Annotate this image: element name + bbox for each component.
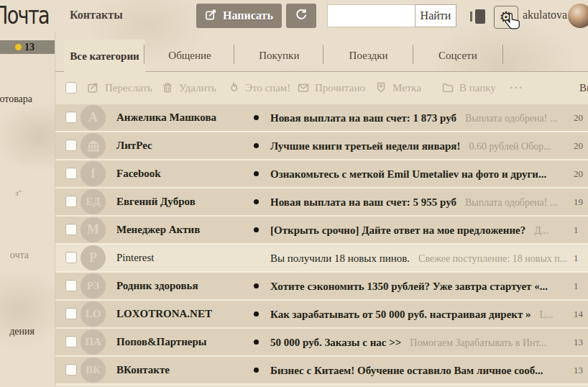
email-sender: Попов&Партнеры bbox=[116, 329, 249, 355]
select-all-checkbox[interactable] bbox=[65, 82, 77, 94]
email-row[interactable]: ЛитРес Лучшие книги третьей недели январ… bbox=[55, 132, 588, 160]
avatar-initials: f bbox=[91, 166, 96, 181]
view-selector[interactable]: Ви bbox=[579, 82, 588, 94]
more-actions-button[interactable]: ... bbox=[510, 77, 524, 92]
email-date: 20 bbox=[574, 104, 583, 131]
sender-avatar: РЗ bbox=[81, 273, 106, 299]
toolbar-action-forward[interactable]: Переслать bbox=[87, 81, 152, 94]
email-subject: Новая выплата на ваш счет: 5 955 руб bbox=[270, 196, 456, 208]
email-subject-area: Бизнес с Китаем! Обучение оставило Вам л… bbox=[270, 357, 571, 384]
unread-indicator-icon bbox=[254, 227, 259, 232]
email-checkbox[interactable] bbox=[65, 364, 77, 375]
email-subject: Вы получили 18 новых пинов. bbox=[270, 252, 410, 264]
account-avatar[interactable] bbox=[568, 4, 588, 28]
sender-avatar bbox=[81, 133, 106, 158]
email-date: 19 bbox=[574, 188, 583, 215]
email-sender: Менеджер Актив bbox=[116, 217, 249, 243]
email-subject: Хотите сэкономить 1350 рублей? Уже завтр… bbox=[270, 281, 548, 292]
email-checkbox[interactable] bbox=[65, 140, 77, 151]
unread-indicator-icon bbox=[254, 143, 259, 148]
email-row[interactable]: f Facebook Ознакомьтесь с меткой Emil Um… bbox=[55, 160, 588, 188]
avatar-initials: РЗ bbox=[87, 280, 99, 292]
email-sender: Анжелика Машкова bbox=[116, 104, 249, 131]
compose-button[interactable]: Написать bbox=[196, 4, 282, 28]
app-logo[interactable]: Почта bbox=[0, 1, 49, 29]
bank-icon bbox=[86, 140, 101, 152]
email-subject: Лучшие книги третьей недели января! bbox=[270, 140, 460, 152]
compose-icon bbox=[205, 9, 217, 24]
email-date: 14 bbox=[574, 301, 583, 327]
refresh-button[interactable] bbox=[286, 4, 316, 28]
contacts-link[interactable]: Контакты bbox=[70, 9, 123, 22]
avatar-initials: А bbox=[88, 110, 98, 125]
refresh-icon bbox=[295, 8, 308, 24]
sidebar-item-label[interactable]: дения bbox=[9, 326, 35, 337]
email-subject-area: Новая выплата на ваш счет: 5 955 рубВыпл… bbox=[270, 188, 571, 216]
search-button[interactable]: Найти bbox=[415, 4, 456, 27]
email-date: 13 bbox=[574, 329, 583, 355]
avatar-initials: ЕД bbox=[86, 196, 100, 208]
email-row[interactable]: ПА Попов&Партнеры 50 000 руб. Заказы с н… bbox=[55, 329, 588, 357]
toolbar-action-label: Метка bbox=[392, 82, 421, 94]
email-snippet: L... bbox=[540, 309, 553, 320]
main-panel: Все категорииОбщениеПокупкиПоездкиСоцсет… bbox=[55, 32, 588, 387]
email-checkbox[interactable] bbox=[65, 280, 77, 291]
toolbar-action-trash[interactable]: Удалить bbox=[161, 81, 216, 94]
account-username[interactable]: akulatova bbox=[523, 9, 567, 22]
toolbar-action-label[interactable]: Метка bbox=[375, 81, 421, 94]
toolbar-action-folder[interactable]: В папку bbox=[441, 81, 496, 94]
email-checkbox[interactable] bbox=[65, 224, 77, 235]
sidebar-item-label[interactable]: отовара bbox=[0, 94, 32, 105]
forward-icon bbox=[87, 81, 100, 94]
search-input[interactable] bbox=[327, 4, 415, 27]
tab-category[interactable]: Покупки bbox=[234, 40, 323, 71]
unread-indicator-icon bbox=[254, 171, 259, 176]
sidebar-item-selected[interactable]: 13 bbox=[0, 40, 55, 54]
sidebar-item-label[interactable]: з" bbox=[15, 188, 22, 197]
cursor-pointer bbox=[504, 12, 522, 35]
unread-indicator-icon bbox=[254, 368, 259, 373]
tab-category[interactable]: Поездки bbox=[324, 40, 413, 71]
tab-category[interactable]: Соцсети bbox=[413, 40, 502, 71]
toolbar-action-label: Прочитано bbox=[315, 82, 365, 94]
email-row[interactable]: М Менеджер Актив [Открыть срочно] Дайте … bbox=[55, 217, 588, 245]
email-checkbox[interactable] bbox=[65, 111, 77, 123]
email-subject-area: Хотите сэкономить 1350 рублей? Уже завтр… bbox=[270, 273, 571, 300]
email-subject: [Открыть срочно] Дайте ответ на мое пред… bbox=[270, 224, 525, 236]
email-sender: Pinterest bbox=[116, 245, 249, 271]
sender-avatar: P bbox=[81, 245, 106, 270]
email-row[interactable]: P Pinterest Вы получили 18 новых пинов.С… bbox=[55, 245, 588, 273]
email-snippet: 0.60 рублей Обор... bbox=[469, 141, 551, 152]
email-row[interactable]: LO LOXOTRONA.NET Как зарабатывать от 50 … bbox=[55, 301, 588, 329]
panels-icon[interactable] bbox=[469, 7, 488, 29]
email-subject: Новая выплата на ваш счет: 1 873 руб bbox=[270, 112, 456, 124]
email-subject: Ознакомьтесь с меткой Emil Umetaliev на … bbox=[270, 168, 546, 180]
tab-active[interactable]: Все категории bbox=[64, 40, 145, 73]
email-checkbox[interactable] bbox=[65, 336, 77, 347]
email-row[interactable]: А Анжелика Машкова Новая выплата на ваш … bbox=[55, 104, 588, 132]
email-row[interactable]: РЗ Родник здоровья Хотите сэкономить 135… bbox=[55, 273, 588, 301]
sender-avatar: f bbox=[81, 161, 106, 186]
email-checkbox[interactable] bbox=[65, 196, 77, 207]
folders-sidebar: 13 отовара з" очта дения bbox=[0, 32, 55, 387]
toolbar-action-label: Это спам! bbox=[245, 82, 290, 94]
tab-category[interactable]: Общение bbox=[145, 40, 234, 71]
email-subject: Как зарабатывать от 50 000 руб. настраив… bbox=[270, 309, 531, 320]
toolbar-action-label: Удалить bbox=[179, 82, 216, 94]
email-row[interactable]: ЕД Евгений Дубров Новая выплата на ваш с… bbox=[55, 188, 588, 217]
sidebar-item-label[interactable]: очта bbox=[10, 250, 29, 261]
email-checkbox[interactable] bbox=[65, 308, 77, 319]
toolbar-action-label: Переслать bbox=[105, 82, 152, 94]
sender-avatar: ПА bbox=[81, 329, 106, 355]
email-sender: Родник здоровья bbox=[116, 273, 249, 299]
email-checkbox[interactable] bbox=[65, 252, 77, 263]
toolbar-action-flame[interactable]: Это спам! bbox=[227, 81, 290, 94]
email-subject-area: Лучшие книги третьей недели января!0.60 … bbox=[270, 132, 571, 160]
email-checkbox[interactable] bbox=[65, 168, 77, 179]
email-row[interactable]: ВК ВКонтакте Бизнес с Китаем! Обучение о… bbox=[55, 357, 588, 385]
email-subject-area: Новая выплата на ваш счет: 1 873 рубВыпл… bbox=[270, 104, 571, 132]
email-date: 1 bbox=[574, 217, 579, 243]
email-date: 1 bbox=[574, 273, 579, 299]
toolbar-action-envelope[interactable]: Прочитано bbox=[297, 81, 365, 94]
email-date: 13 bbox=[574, 357, 583, 383]
